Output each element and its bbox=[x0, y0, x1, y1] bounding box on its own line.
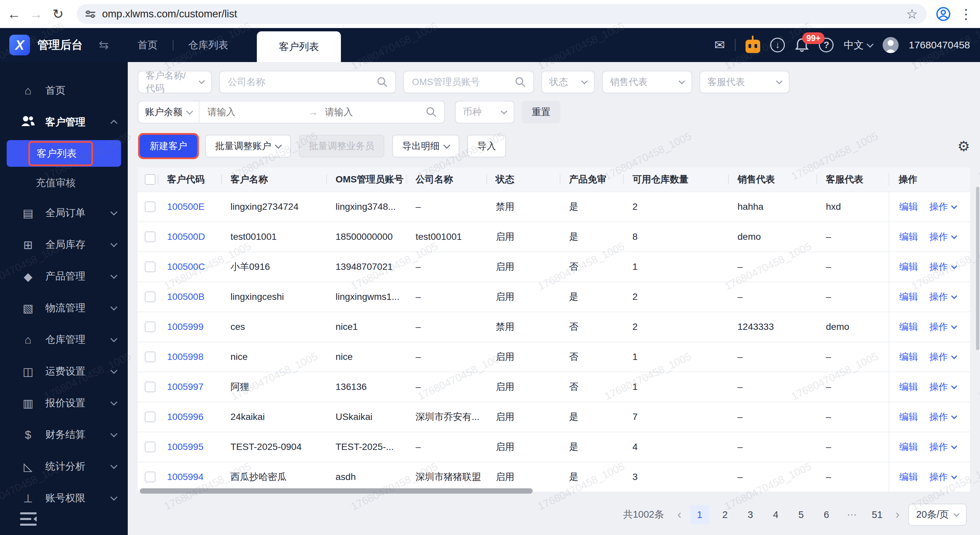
top-tab[interactable]: 首页 bbox=[122, 28, 173, 62]
bookmark-star-icon[interactable]: ☆ bbox=[906, 6, 918, 22]
next-page-icon[interactable]: › bbox=[893, 508, 902, 522]
site-settings-icon[interactable] bbox=[85, 12, 95, 17]
page-number[interactable]: 4 bbox=[766, 505, 786, 524]
row-checkbox[interactable] bbox=[138, 382, 158, 392]
robot-assistant-icon[interactable] bbox=[746, 40, 760, 53]
export-detail-button[interactable]: 导出明细 bbox=[392, 135, 459, 158]
customer-code-link[interactable]: 1005994 bbox=[158, 471, 221, 482]
url-text[interactable]: omp.xlwms.com/customer/list bbox=[102, 8, 899, 20]
sales-rep-select[interactable]: 销售代表 bbox=[602, 71, 692, 93]
edit-link[interactable]: 编辑 bbox=[899, 350, 918, 363]
address-bar[interactable]: omp.xlwms.com/customer/list ☆ bbox=[77, 4, 927, 24]
more-actions-link[interactable]: 操作 bbox=[929, 411, 948, 423]
row-checkbox[interactable] bbox=[138, 291, 158, 302]
sidebar-item-customer-list[interactable]: 客户列表 bbox=[7, 140, 121, 167]
back-icon[interactable]: ← bbox=[5, 7, 23, 22]
batch-adjust-account-button[interactable]: 批量调整账户 bbox=[205, 135, 291, 158]
search-icon[interactable] bbox=[426, 107, 437, 118]
customer-code-link[interactable]: 1005995 bbox=[158, 442, 221, 452]
customer-code-link[interactable]: 100500C bbox=[158, 261, 221, 272]
customer-code-link[interactable]: 1005999 bbox=[158, 322, 221, 332]
mail-icon[interactable]: ✉ bbox=[714, 39, 725, 51]
service-rep-select[interactable]: 客服代表 bbox=[700, 71, 789, 93]
search-icon[interactable] bbox=[377, 76, 388, 88]
page-number[interactable]: 1 bbox=[690, 505, 710, 524]
prev-page-icon[interactable]: ‹ bbox=[675, 508, 684, 522]
row-checkbox[interactable] bbox=[138, 412, 158, 422]
sidebar-group-item[interactable]: ⊥ 账号权限 bbox=[0, 482, 128, 514]
collapse-sidebar-icon[interactable] bbox=[20, 512, 37, 526]
edit-link[interactable]: 编辑 bbox=[899, 441, 918, 453]
more-actions-link[interactable]: 操作 bbox=[929, 350, 948, 363]
avatar[interactable] bbox=[883, 37, 899, 53]
customer-code-link[interactable]: 1005996 bbox=[158, 412, 221, 422]
customer-code-link[interactable]: 1005997 bbox=[158, 382, 221, 392]
browser-menu-icon[interactable]: ⋮ bbox=[959, 6, 973, 22]
swap-arrows-icon[interactable]: ⇆ bbox=[99, 38, 109, 52]
balance-max-field[interactable] bbox=[324, 107, 420, 118]
more-actions-link[interactable]: 操作 bbox=[929, 320, 948, 333]
forward-icon[interactable]: → bbox=[27, 7, 45, 22]
top-tab[interactable]: 仓库列表 bbox=[173, 28, 243, 62]
customer-code-link[interactable]: 100500E bbox=[158, 201, 221, 212]
new-customer-button[interactable]: 新建客户 bbox=[140, 135, 197, 158]
row-checkbox[interactable] bbox=[138, 231, 158, 242]
edit-link[interactable]: 编辑 bbox=[899, 290, 918, 303]
company-name-input[interactable] bbox=[219, 71, 396, 93]
customer-code-link[interactable]: 100500D bbox=[158, 231, 221, 242]
sidebar-group-item[interactable]: ◺ 统计分析 bbox=[0, 451, 128, 482]
row-checkbox[interactable] bbox=[138, 201, 158, 212]
sidebar-item-recharge-review[interactable]: 充值审核 bbox=[0, 169, 128, 197]
more-actions-link[interactable]: 操作 bbox=[929, 290, 948, 303]
page-number[interactable]: 51 bbox=[868, 505, 887, 524]
sidebar-group-item[interactable]: ▧ 物流管理 bbox=[0, 292, 128, 324]
reset-button[interactable]: 重置 bbox=[522, 101, 560, 123]
more-actions-link[interactable]: 操作 bbox=[929, 471, 948, 483]
balance-select[interactable]: 账户余额 bbox=[138, 101, 199, 123]
sidebar-item-customer-management[interactable]: 客户管理 bbox=[0, 107, 128, 138]
edit-link[interactable]: 编辑 bbox=[899, 411, 918, 423]
row-checkbox[interactable] bbox=[138, 352, 158, 362]
edit-link[interactable]: 编辑 bbox=[899, 231, 918, 243]
vertical-scrollbar[interactable] bbox=[976, 187, 979, 350]
horizontal-scrollbar[interactable] bbox=[140, 488, 533, 494]
edit-link[interactable]: 编辑 bbox=[899, 381, 918, 393]
row-checkbox[interactable] bbox=[138, 442, 158, 452]
edit-link[interactable]: 编辑 bbox=[899, 471, 918, 483]
language-select[interactable]: 中文 bbox=[843, 38, 873, 52]
page-number[interactable]: 3 bbox=[741, 505, 760, 524]
more-actions-link[interactable]: 操作 bbox=[929, 381, 948, 393]
page-number[interactable]: ⋯ bbox=[842, 505, 862, 524]
company-name-field[interactable] bbox=[227, 76, 372, 88]
customer-code-link[interactable]: 100500B bbox=[158, 291, 221, 302]
page-number[interactable]: 6 bbox=[817, 505, 836, 524]
status-select[interactable]: 状态 bbox=[541, 71, 595, 93]
row-checkbox[interactable] bbox=[138, 471, 158, 482]
sidebar-group-item[interactable]: ◆ 产品管理 bbox=[0, 261, 128, 292]
select-all-checkbox[interactable] bbox=[138, 174, 158, 185]
import-button[interactable]: 导入 bbox=[467, 135, 506, 158]
sidebar-group-item[interactable]: ⊞ 全局库存 bbox=[0, 229, 128, 261]
user-phone[interactable]: 17680470458 bbox=[908, 39, 970, 51]
currency-select[interactable]: 币种 bbox=[455, 101, 514, 123]
oms-admin-input[interactable] bbox=[403, 71, 534, 93]
reload-icon[interactable]: ↻ bbox=[49, 6, 67, 22]
browser-profile-icon[interactable] bbox=[936, 7, 951, 21]
page-number[interactable]: 5 bbox=[792, 505, 811, 524]
download-icon[interactable]: ↓ bbox=[770, 38, 785, 53]
page-size-select[interactable]: 20条/页 bbox=[908, 504, 967, 525]
edit-link[interactable]: 编辑 bbox=[899, 261, 918, 273]
edit-link[interactable]: 编辑 bbox=[899, 201, 918, 213]
row-checkbox[interactable] bbox=[138, 261, 158, 272]
sidebar-group-item[interactable]: ◫ 运费设置 bbox=[0, 355, 128, 387]
customer-code-link[interactable]: 1005998 bbox=[158, 352, 221, 362]
sidebar-item-home[interactable]: ⌂ 首页 bbox=[0, 75, 128, 107]
more-actions-link[interactable]: 操作 bbox=[929, 441, 948, 453]
sidebar-group-item[interactable]: ▥ 报价设置 bbox=[0, 387, 128, 419]
oms-admin-field[interactable] bbox=[411, 76, 510, 88]
search-icon[interactable] bbox=[515, 76, 526, 88]
more-actions-link[interactable]: 操作 bbox=[929, 201, 948, 213]
balance-min-field[interactable] bbox=[207, 107, 302, 118]
top-tab[interactable]: 客户列表 bbox=[257, 31, 341, 62]
customer-name-code-select[interactable]: 客户名称/代码 bbox=[138, 71, 212, 93]
